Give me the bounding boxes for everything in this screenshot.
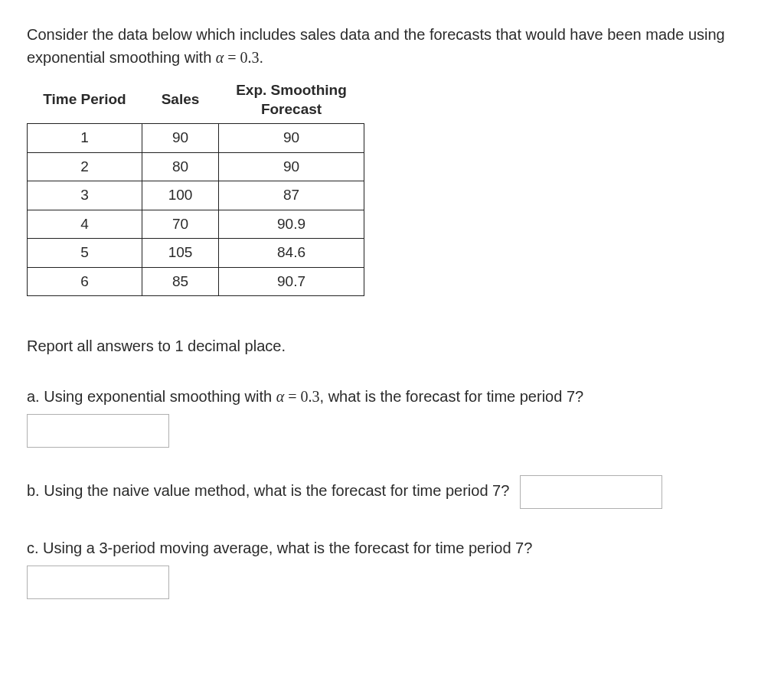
cell-forecast: 87	[219, 181, 364, 210]
header-forecast: Exp. Smoothing Forecast	[219, 77, 364, 124]
cell-period: 2	[28, 152, 142, 181]
answer-input-a[interactable]	[27, 414, 169, 448]
cell-forecast: 90.9	[219, 210, 364, 239]
cell-sales: 100	[142, 181, 219, 210]
question-c: c. Using a 3-period moving average, what…	[27, 536, 757, 599]
question-a: a. Using exponential smoothing with α = …	[27, 385, 757, 448]
cell-period: 6	[28, 267, 142, 296]
table-row: 310087	[28, 181, 364, 210]
question-b: b. Using the naive value method, what is…	[27, 475, 757, 509]
cell-period: 1	[28, 124, 142, 153]
header-forecast-line1: Exp. Smoothing	[236, 82, 347, 98]
intro-text-before: Consider the data below which includes s…	[27, 26, 725, 66]
cell-sales: 80	[142, 152, 219, 181]
question-a-text: a. Using exponential smoothing with α = …	[27, 388, 583, 405]
data-table: Time Period Sales Exp. Smoothing Forecas…	[27, 77, 364, 296]
header-sales: Sales	[142, 77, 219, 124]
table-row: 68590.7	[28, 267, 364, 296]
question-c-text: c. Using a 3-period moving average, what…	[27, 539, 532, 556]
cell-sales: 105	[142, 239, 219, 268]
intro-alpha-expr: α = 0.3	[216, 49, 260, 66]
cell-sales: 90	[142, 124, 219, 153]
answer-input-b[interactable]	[520, 475, 662, 509]
header-period: Time Period	[28, 77, 142, 124]
cell-period: 3	[28, 181, 142, 210]
cell-forecast: 90	[219, 124, 364, 153]
cell-forecast: 90	[219, 152, 364, 181]
instruction-text: Report all answers to 1 decimal place.	[27, 334, 757, 357]
question-a-alpha: α = 0.3	[276, 388, 320, 405]
cell-sales: 85	[142, 267, 219, 296]
intro-text-after: .	[260, 49, 264, 66]
cell-period: 5	[28, 239, 142, 268]
cell-sales: 70	[142, 210, 219, 239]
table-row: 28090	[28, 152, 364, 181]
cell-forecast: 84.6	[219, 239, 364, 268]
intro-paragraph: Consider the data below which includes s…	[27, 23, 757, 69]
answer-input-c[interactable]	[27, 566, 169, 599]
question-a-after: , what is the forecast for time period 7…	[320, 388, 584, 405]
question-b-text: b. Using the naive value method, what is…	[27, 483, 509, 500]
table-row: 19090	[28, 124, 364, 153]
data-table-body: 190902809031008747090.9510584.668590.7	[28, 124, 364, 296]
cell-period: 4	[28, 210, 142, 239]
table-row: 47090.9	[28, 210, 364, 239]
question-a-before: a. Using exponential smoothing with	[27, 388, 276, 405]
table-row: 510584.6	[28, 239, 364, 268]
cell-forecast: 90.7	[219, 267, 364, 296]
header-forecast-line2: Forecast	[261, 101, 322, 117]
